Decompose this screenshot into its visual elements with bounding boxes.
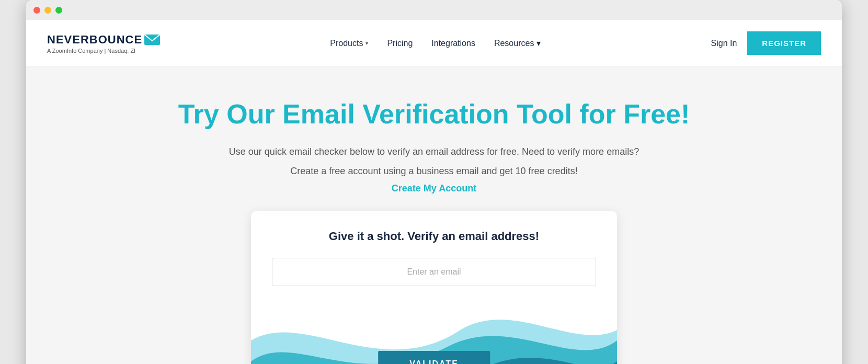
verification-card: Give it a shot. Verify an email address! [251,211,617,364]
nav-actions: Sign In REGISTER [711,31,821,55]
hero-subtitle-line1: Use our quick email checker below to ver… [229,144,639,160]
create-account-link[interactable]: Create My Account [392,183,476,194]
card-title: Give it a shot. Verify an email address! [272,230,596,243]
maximize-button[interactable] [55,7,62,14]
nav-item-pricing[interactable]: Pricing [387,39,413,48]
logo-sub: A ZoomInfo Company | Nasdaq: ZI [47,48,160,54]
browser-window: NEVERBOUNCE A ZoomInfo Company | Nasdaq:… [26,0,842,364]
nav-item-products[interactable]: Products ▾ [330,39,368,48]
browser-titlebar [26,0,842,20]
card-top: Give it a shot. Verify an email address! [251,211,617,286]
validate-button[interactable]: VALIDATE [378,351,490,364]
email-input-wrapper [272,258,596,286]
close-button[interactable] [33,7,40,14]
nav-links: Products ▾ Pricing Integrations Resource… [330,38,541,48]
nav-item-resources[interactable]: Resources ▾ [494,38,541,48]
logo-area: NEVERBOUNCE A ZoomInfo Company | Nasdaq:… [47,33,160,54]
navbar: NEVERBOUNCE A ZoomInfo Company | Nasdaq:… [26,20,842,67]
nav-item-integrations[interactable]: Integrations [431,39,475,48]
page-content: NEVERBOUNCE A ZoomInfo Company | Nasdaq:… [26,20,842,364]
hero-section: Try Our Email Verification Tool for Free… [26,67,842,364]
logo-main: NEVERBOUNCE [47,33,160,47]
email-input[interactable] [272,258,596,286]
logo-text: NEVERBOUNCE [47,33,142,47]
chevron-down-icon: ▾ [366,40,368,46]
card-bottom: VALIDATE [251,299,617,364]
logo-icon [144,35,160,45]
chevron-down-icon-resources: ▾ [536,38,541,48]
hero-title: Try Our Email Verification Tool for Free… [178,98,690,130]
hero-subtitle-line2: Create a free account using a business e… [290,164,577,179]
sign-in-button[interactable]: Sign In [711,39,737,48]
minimize-button[interactable] [44,7,51,14]
register-button[interactable]: REGISTER [747,31,821,55]
